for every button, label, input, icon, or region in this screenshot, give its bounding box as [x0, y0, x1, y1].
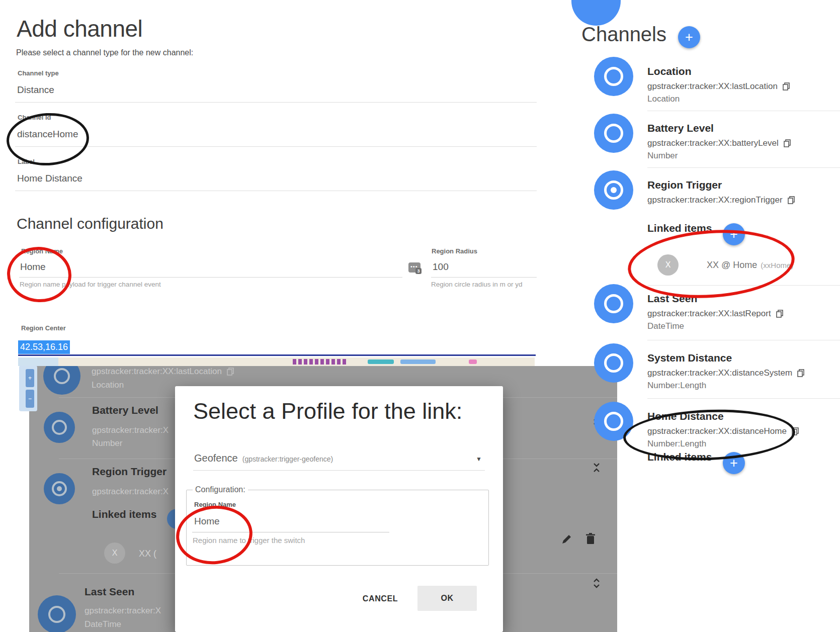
configuration-fieldset: Configuration:	[186, 485, 489, 566]
channel-uid: gpstracker:tracker:XX:distanceHome	[647, 426, 799, 436]
dialog-region-name-label: Region Name	[194, 501, 236, 508]
ok-button[interactable]: OK	[417, 586, 477, 611]
config-heading: Channel configuration	[17, 215, 163, 232]
region-center-input[interactable]: 42.53,16.16	[18, 340, 70, 354]
divider	[193, 470, 485, 471]
copy-icon[interactable]	[788, 196, 795, 204]
channel-icon	[594, 170, 633, 210]
add-link-button[interactable]: +	[723, 223, 745, 245]
dimmed-last-seen-uid: gpstracker:tracker:X	[85, 606, 161, 616]
divider-dimmed	[498, 459, 617, 459]
dialog-title: Select a Profile for the link:	[193, 398, 462, 424]
linked-item-avatar-dimmed: X	[104, 543, 125, 564]
divider	[647, 340, 840, 340]
channel-icon-dimmed	[38, 595, 76, 632]
profile-select-value: Geofence	[194, 453, 238, 464]
label-field-label: Label	[18, 158, 35, 165]
divider	[15, 146, 537, 147]
dialog-region-name-hint: Region name to trigger the switch	[193, 536, 305, 545]
channel-id-input[interactable]: distanceHome	[17, 129, 78, 140]
copy-icon[interactable]	[783, 82, 790, 91]
page-title: Add channel	[17, 15, 142, 42]
dimmed-battery-uid: gpstracker:tracker:X	[92, 425, 169, 435]
region-center-label: Region Center	[21, 324, 66, 332]
add-channel-button[interactable]: +	[678, 26, 700, 48]
region-radius-input[interactable]: 100	[433, 261, 449, 273]
map-zoom-in-button[interactable]: +	[26, 369, 34, 387]
dimmed-location-uid: gpstracker:tracker:XX:lastLocation	[92, 367, 234, 377]
divider	[431, 277, 537, 278]
chevron-down-icon[interactable]: ▼	[476, 456, 482, 463]
channel-title: Region Trigger	[647, 179, 722, 191]
channel-type: Number:Length	[647, 381, 706, 391]
dimmed-last-seen-title: Last Seen	[85, 586, 134, 598]
divider	[647, 398, 840, 399]
cancel-button[interactable]: CANCEL	[357, 591, 403, 606]
channel-title: Location	[647, 65, 692, 77]
channels-heading: Channels	[581, 23, 666, 46]
region-name-hint: Region name payload for trigger channel …	[20, 281, 161, 288]
dimmed-linked-items-label: Linked items	[92, 508, 156, 520]
channel-uid: gpstracker:tracker:XX:lastReport	[647, 309, 783, 319]
channel-icon-dimmed	[44, 412, 75, 443]
region-name-input[interactable]: Home	[20, 261, 46, 273]
copy-icon[interactable]	[227, 368, 234, 376]
divider-dimmed	[498, 573, 617, 574]
profile-select-detail: (gpstracker:trigger-geofence)	[242, 455, 333, 463]
divider	[15, 102, 537, 103]
copy-icon[interactable]	[776, 310, 783, 318]
page-subtitle: Please select a channel type for the new…	[16, 48, 193, 57]
badge: 3	[415, 268, 422, 274]
divider	[15, 191, 537, 191]
channel-title: Home Distance	[647, 410, 724, 422]
dimmed-region-trigger-title: Region Trigger	[92, 466, 166, 478]
channel-id-label: Channel Id	[18, 114, 51, 121]
dimmed-last-seen-type: DateTime	[85, 619, 121, 629]
channel-uid: gpstracker:tracker:XX:regionTrigger	[647, 195, 795, 205]
map-strip	[18, 357, 535, 366]
fieldset-legend: Configuration:	[193, 485, 248, 494]
dialog-region-name-input[interactable]: Home	[194, 516, 220, 527]
label-field-input[interactable]: Home Distance	[17, 173, 82, 184]
divider	[192, 532, 389, 532]
profile-select[interactable]: Geofence (gpstracker:trigger-geofence)	[194, 453, 333, 464]
divider	[647, 167, 840, 168]
add-link-button[interactable]: +	[723, 452, 745, 474]
channel-icon	[594, 402, 633, 441]
region-name-label: Region Name	[21, 247, 63, 255]
map-teal-blob	[368, 359, 394, 364]
focused-underline	[18, 354, 536, 356]
linked-item-text-dimmed: XX (	[139, 549, 156, 559]
channel-title: Last Seen	[647, 293, 697, 305]
copy-icon[interactable]	[792, 427, 799, 435]
region-radius-hint: Region circle radius in m or yd	[431, 281, 523, 288]
map-zoom-out-button[interactable]: −	[26, 390, 34, 408]
channel-title: Battery Level	[647, 122, 714, 134]
divider	[647, 111, 840, 111]
channel-icon	[594, 57, 633, 96]
dimmed-region-trigger-uid: gpstracker:tracker:X	[92, 487, 169, 497]
map-zoom-panel: + −	[19, 366, 37, 411]
screen: Add channel Please select a channel type…	[0, 0, 840, 632]
linked-item-name: XX @ Home	[707, 260, 757, 270]
channel-type: Number	[647, 151, 678, 161]
input-helper-icon[interactable]: ••• 3	[408, 262, 421, 273]
copy-icon[interactable]	[784, 139, 791, 147]
divider	[647, 285, 840, 286]
copy-icon[interactable]	[797, 369, 804, 377]
channel-icon	[594, 343, 633, 383]
channel-icon	[594, 284, 633, 323]
channel-uid: gpstracker:tracker:XX:distanceSystem	[647, 368, 804, 378]
linked-item-avatar: X	[657, 254, 679, 276]
channel-type: Number:Length	[647, 439, 706, 449]
map-water	[18, 357, 58, 366]
linked-item[interactable]: XX @ Home (xxHome)	[707, 260, 793, 270]
delete-icon	[585, 533, 596, 547]
channel-type-value[interactable]: Distance	[17, 84, 54, 96]
linked-item-id: (xxHome)	[761, 261, 793, 269]
map-pink-blob	[469, 359, 477, 364]
channel-icon-dimmed	[43, 366, 80, 395]
map-label-blob	[293, 359, 348, 365]
reorder-fold-icon	[592, 462, 601, 476]
fab-partial-icon[interactable]	[571, 0, 621, 26]
